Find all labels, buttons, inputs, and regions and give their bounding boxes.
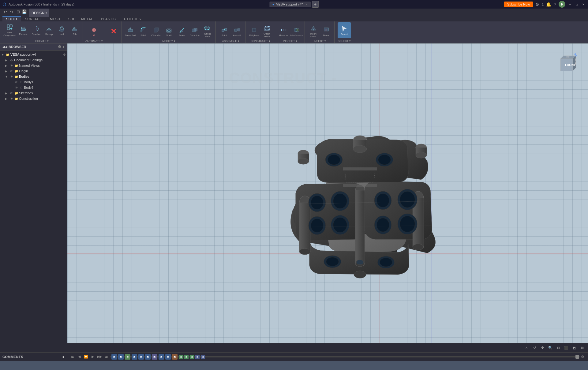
tab-close-btn[interactable]: × (306, 3, 308, 6)
timeline-prev-button[interactable]: ◀ (77, 354, 82, 360)
fit-tool[interactable]: ⊡ (555, 345, 562, 351)
orbit-tool[interactable]: ↺ (531, 345, 538, 351)
timeline-step-15[interactable]: ▣ (201, 355, 205, 359)
decal-tool[interactable]: Decal (320, 25, 332, 38)
timeline-step-12[interactable]: ▣ (184, 355, 189, 359)
timeline-step-3[interactable]: ◉ (125, 354, 130, 360)
home-view-tool[interactable]: ⌂ (523, 345, 530, 351)
timeline-step-2[interactable]: ▣ (118, 354, 124, 360)
viewcube[interactable]: FRONT RIGHT TOP Z (554, 53, 579, 78)
select-tool[interactable]: Select (338, 22, 351, 38)
timeline-track[interactable]: ▣ ▣ ◉ ▣ ▣ ▣ ▣ (110, 356, 580, 357)
grid-icon[interactable]: ⊞ (17, 9, 20, 14)
timeline-step-7[interactable]: ▣ (152, 354, 157, 360)
tree-item-doc-settings[interactable]: ▶ ⚙ Document Settings (0, 57, 67, 63)
tab-sheet-metal[interactable]: SHEET METAL (65, 17, 97, 21)
timeline-position-marker[interactable] (575, 355, 579, 359)
interference-tool[interactable]: Interference (290, 25, 303, 38)
timeline-step-8[interactable]: ▣ (159, 354, 164, 360)
tree-item-sketches[interactable]: ▶ 👁 📁 Sketches (0, 90, 67, 96)
close-button[interactable]: ✕ (581, 2, 586, 6)
tree-item-construction[interactable]: ▶ 👁 📁 Construction (0, 96, 67, 101)
timeline-step-10[interactable]: ▣ (172, 354, 178, 360)
svg-point-76 (378, 155, 391, 165)
timeline-step-6[interactable]: ▣ (145, 354, 151, 360)
timeline-step-1[interactable]: ▣ (111, 354, 117, 360)
grid-tool[interactable]: ⊞ (579, 345, 586, 351)
svg-point-70 (377, 218, 389, 232)
design-selector[interactable]: DESIGN ▾ (29, 9, 49, 17)
redo-button[interactable]: ↪ (9, 9, 15, 15)
tab-solid[interactable]: SOLID (2, 16, 21, 21)
measure-tool[interactable]: Measure (278, 25, 290, 38)
extrude-tool[interactable]: Extrude (17, 24, 29, 37)
titlebar-right: Subscribe Now ⚙ 1 🔔 ? F ─ □ ✕ (504, 1, 586, 8)
active-tab[interactable]: ● VESA support v4* × (269, 2, 311, 7)
save-icon[interactable]: 💾 (22, 9, 27, 14)
tab-plastic[interactable]: PLASTIC (97, 17, 120, 21)
timeline-last-button[interactable]: ⏭ (103, 354, 109, 360)
timeline-settings-icon[interactable]: ⚙ (581, 355, 584, 359)
offset-face-tool[interactable]: Offset Face (201, 25, 214, 38)
browser-more-icon[interactable]: ● (62, 45, 65, 49)
maximize-button[interactable]: □ (575, 2, 579, 6)
settings-icon[interactable]: ⚙ (535, 2, 539, 7)
timeline-next-button[interactable]: ▶▶ (97, 354, 102, 360)
timeline-play-button[interactable]: ▶ (90, 354, 96, 360)
tree-item-origin[interactable]: ▶ 👁 📁 Origin (0, 68, 67, 74)
midplane-tool[interactable]: Midplane (248, 25, 260, 38)
notifications-icon[interactable]: 🔔 (546, 2, 551, 7)
timeline-step-14[interactable]: ▣ (195, 355, 200, 359)
visual-style-tool[interactable]: ◩ (571, 345, 578, 351)
tab-mesh[interactable]: MESH (46, 17, 64, 21)
svg-point-50 (353, 145, 367, 153)
undo-button[interactable]: ↩ (2, 9, 8, 15)
subscribe-button[interactable]: Subscribe Now (504, 2, 533, 7)
automate-tool[interactable]: ⚙ (88, 25, 100, 38)
timeline-step-13[interactable]: ▣ (190, 355, 194, 359)
tab-surface[interactable]: SURFACE (21, 17, 46, 21)
tree-item-bodies[interactable]: ▼ 👁 📁 Bodies (0, 74, 67, 79)
zoom-tool[interactable]: 🔍 (547, 345, 554, 351)
timeline-first-button[interactable]: ⏮ (70, 354, 75, 360)
rib-tool[interactable]: Rib (69, 24, 81, 37)
shell-tool[interactable]: Shell (163, 25, 175, 38)
insert-mesh-tool[interactable]: Insert Mesh (307, 25, 320, 38)
timeline-step-5[interactable]: ▣ (138, 354, 144, 360)
browser-settings-icon[interactable]: ⚙ (58, 45, 61, 49)
construct-tools: Midplane Offset Plane (248, 25, 273, 38)
cancel-tool[interactable]: ✕ (107, 25, 120, 38)
browser-collapse-icon[interactable]: ◀◀ (2, 45, 7, 49)
chamfer-tool[interactable]: Chamfer (150, 25, 162, 38)
fillet-tool[interactable]: Fillet (137, 25, 149, 38)
new-component-tool[interactable]: New Component (3, 22, 17, 38)
timeline-step-11[interactable]: ▣ (179, 355, 183, 359)
help-icon[interactable]: ? (554, 2, 556, 7)
minimize-button[interactable]: ─ (568, 2, 572, 6)
offset-plane-tool[interactable]: Offset Plane (261, 25, 273, 38)
user-avatar[interactable]: F (559, 1, 565, 8)
combine-tool[interactable]: Combine (189, 25, 201, 38)
section-analysis-tool[interactable]: ⬛ (563, 345, 570, 351)
loft-tool[interactable]: Loft (56, 24, 68, 37)
revolve-tool[interactable]: Revolve (30, 24, 42, 37)
profile-number-icon[interactable]: 1 (542, 2, 544, 6)
tree-item-body1[interactable]: 👁 □ Body1 (0, 79, 67, 85)
comments-toggle-icon[interactable]: ● (62, 355, 65, 359)
as-built-joint-tool[interactable]: As-built (231, 25, 243, 38)
scale-tool[interactable]: Scale (176, 25, 188, 38)
timeline-step-9[interactable]: ▣ (165, 354, 171, 360)
tree-item-root[interactable]: ▼ 📁 VESA support v4 ⚙ (0, 52, 67, 57)
sweep-tool[interactable]: Sweep (43, 24, 55, 37)
tab-utilities[interactable]: UTILITIES (120, 17, 145, 21)
pan-tool[interactable]: ✥ (539, 345, 546, 351)
new-tab-button[interactable]: + (312, 1, 319, 8)
press-pull-tool[interactable]: Press Pull (124, 25, 137, 38)
timeline-step-4[interactable]: ▣ (132, 354, 137, 360)
ribbon-group-inspect: Measure Interference INSPECT ▾ (276, 21, 305, 43)
joint-tool[interactable]: Joint (218, 25, 230, 38)
timeline-play-rev-button[interactable]: ⏪ (83, 354, 89, 360)
tree-item-body5[interactable]: 👁 □ Body5 (0, 85, 67, 90)
tree-item-named-views[interactable]: ▶ 👁 📁 Named Views (0, 63, 67, 68)
viewport[interactable]: CONSTRUCT - FRONT RIGHT TOP Z (67, 43, 588, 352)
